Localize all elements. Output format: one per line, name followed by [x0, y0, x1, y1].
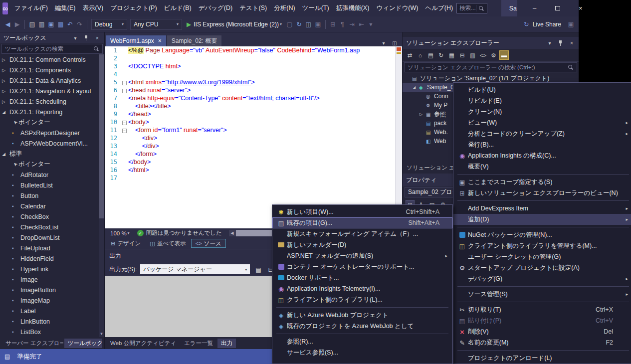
window-position-icon[interactable]: ▾ — [546, 39, 553, 46]
close-panel-icon[interactable]: × — [568, 39, 575, 46]
collapse-region-icon[interactable]: − — [122, 129, 127, 133]
show-all-files-icon[interactable]: ▥ — [468, 50, 477, 60]
stop-icon[interactable]: ▢ — [285, 19, 294, 29]
toolbox-item[interactable]: ▪ImageMap — [0, 295, 104, 306]
toolbox-item[interactable]: ▪LinkButton — [0, 316, 104, 327]
toolbox-group[interactable]: ◢標準 — [0, 149, 104, 159]
toolwindow-tab[interactable]: エラー一覧 — [181, 339, 216, 348]
view-tab-2[interactable]: <>ソース — [191, 239, 226, 248]
toolbox-item[interactable]: ▪FileUpload — [0, 243, 104, 253]
collapse-all-icon[interactable]: ⊟ — [457, 50, 467, 60]
toolbox-item[interactable]: ▪ASPxWebDocumentVi... — [0, 138, 104, 149]
context-menu-item[interactable]: 削除(V)Del — [453, 326, 631, 337]
properties-toggle-icon[interactable]: ▬ — [499, 50, 509, 60]
submenu-item[interactable]: 新規スキャフォールディング アイテム（F）... — [272, 228, 452, 239]
menubar-item[interactable]: ファイル(F) — [11, 0, 51, 16]
toolbox-group[interactable]: ▷DX.21.1: Components — [0, 65, 104, 75]
view-tab-1[interactable]: ◫並べて表示 — [146, 239, 190, 248]
submenu-item[interactable]: コンテナー オーケストレーターのサポート... — [272, 261, 452, 272]
context-menu-item[interactable]: ここまでスコープ指定する(S) — [453, 177, 631, 187]
toolwindow-tab[interactable]: サーバー エクスプローラー — [2, 339, 63, 348]
toolbox-group[interactable]: ▷DX.21.1: Scheduling — [0, 96, 104, 107]
scrollbar-thumb[interactable] — [99, 54, 104, 218]
undo-icon[interactable]: ↶ — [65, 19, 75, 29]
redo-icon[interactable]: ↷ — [75, 19, 84, 29]
context-menu-item[interactable]: ソース管理(S)▸ — [453, 289, 631, 300]
toolbox-scrollbar[interactable]: ▼ — [99, 54, 104, 337]
output-source-dropdown[interactable]: パッケージ マネージャー ▾ — [140, 264, 250, 274]
toolbox-item[interactable]: ▪CheckBox — [0, 211, 104, 222]
scroll-down-icon[interactable]: ▼ — [99, 332, 104, 336]
menubar-item[interactable]: ビルド(B) — [161, 0, 195, 16]
screenshot-icon[interactable]: ▣ — [313, 19, 323, 29]
collapsed-arrow-icon[interactable]: ▷ — [420, 112, 426, 117]
maximize-button[interactable] — [546, 0, 569, 16]
paragraph-icon[interactable]: ¶ — [338, 19, 347, 29]
back-icon[interactable]: ◀ — [3, 19, 12, 29]
submenu-item[interactable]: 新しい Azure WebJob プロジェクト — [272, 310, 452, 321]
float-window-icon[interactable]: ◫ — [391, 39, 398, 46]
toolbox-item[interactable]: ▪BulletedList — [0, 180, 104, 190]
grid-icon[interactable]: ⊞ — [328, 19, 338, 29]
context-menu-item[interactable]: 追加(D)▸ — [453, 214, 631, 225]
context-menu-item[interactable]: プロジェクトのアンロード(L) — [453, 353, 631, 364]
menubar-item[interactable]: デバッグ(D) — [195, 0, 236, 16]
open-file-icon[interactable]: ▥ — [37, 19, 46, 29]
context-menu-item[interactable]: リビルド(E) — [453, 95, 631, 106]
toolbox-group[interactable]: ▷DX.21.1: Navigation & Layout — [0, 86, 104, 96]
context-menu-item[interactable]: 分析とコードのクリーンアップ(Z)▸ — [453, 128, 631, 139]
context-menu-item[interactable]: スタートアップ プロジェクトに設定(A) — [453, 262, 631, 273]
active-files-dropdown-icon[interactable]: ▾ — [380, 39, 387, 46]
quick-search-input[interactable]: 検索... — [456, 3, 487, 13]
code-editor[interactable]: 1<%@ Page Language="vb" AutoEventWireup=… — [105, 46, 402, 228]
refresh-icon[interactable]: ↻ — [436, 50, 446, 60]
context-menu-item[interactable]: 発行(B)... — [453, 139, 631, 150]
pin-icon[interactable] — [84, 35, 89, 41]
toolbar-overflow-icon[interactable]: ▾ — [366, 19, 376, 29]
context-menu-item[interactable]: クリーン(N) — [453, 106, 631, 117]
toolbox-item[interactable]: ➤ポインター — [0, 159, 104, 170]
save-icon[interactable]: ▣ — [46, 19, 56, 29]
menubar-item[interactable]: 編集(E) — [51, 0, 79, 16]
toolbox-item[interactable]: ▪HiddenField — [0, 253, 104, 264]
document-tab[interactable]: Sample_02: 概要 — [167, 35, 221, 46]
context-menu-item[interactable]: クライアント側のライブラリを管理する(M)... — [453, 240, 631, 251]
nest-files-icon[interactable]: ▦ — [447, 50, 456, 60]
toolbox-item[interactable]: ▪Image — [0, 274, 104, 285]
context-menu-item[interactable]: NuGet パッケージの管理(N)... — [453, 229, 631, 240]
toolbox-search-input[interactable]: ツールボックスの検索 — [1, 44, 103, 54]
submenu-item[interactable]: 既存のプロジェクトを Azure WebJob として — [272, 321, 452, 332]
submenu-item[interactable]: Docker サポート... — [272, 272, 452, 283]
toolbox-item[interactable]: ▪ListBox — [0, 327, 104, 337]
menubar-item[interactable]: ヘルプ(H) — [421, 0, 456, 16]
context-menu-item[interactable]: デバッグ(G)▸ — [453, 273, 631, 284]
toolwindow-tab[interactable]: ツールボックス — [64, 339, 102, 348]
background-tasks-icon[interactable]: ▤ — [4, 353, 10, 360]
toolbox-group[interactable]: ▷DX.21.1: Common Controls — [0, 54, 104, 65]
start-debugging-button[interactable]: ▶ IIS Express (Microsoft Edge (2)) ▾ — [187, 21, 282, 28]
forward-icon[interactable]: ▶ — [12, 19, 22, 29]
context-menu-item[interactable]: ビルド(U) — [453, 84, 631, 95]
menubar-item[interactable]: 分析(N) — [270, 0, 298, 16]
toolwindow-tab[interactable]: 出力 — [217, 339, 236, 348]
toolbox-item[interactable]: ▪Calendar — [0, 201, 104, 211]
context-menu-item[interactable]: 概要(V) — [453, 161, 631, 172]
toolbox-group[interactable]: ◢DX.21.1: Reporting — [0, 107, 104, 117]
toolbox-item[interactable]: ▪Label — [0, 306, 104, 316]
toolbox-group[interactable]: ▷DX.21.1: Data & Analytics — [0, 75, 104, 86]
clear-output-icon[interactable]: ▤ — [253, 265, 263, 274]
solution-tree-item[interactable]: ソリューション 'Sample_02' (1/1 プロジェクト) — [403, 74, 579, 83]
menubar-item[interactable]: テスト(S) — [236, 0, 270, 16]
submenu-item[interactable]: 参照(R)... — [272, 336, 452, 347]
menubar-item[interactable]: ウィンドウ(W) — [373, 0, 421, 16]
context-menu-item[interactable]: Add DevExpress Item▸ — [453, 203, 631, 214]
submenu-item[interactable]: クライアント側のライブラリ(L)... — [272, 294, 452, 305]
context-menu-item[interactable]: ビュー(W)▸ — [453, 117, 631, 128]
context-menu-item[interactable]: ユーザー シークレットの管理(G) — [453, 251, 631, 262]
editor-scrollbar[interactable] — [395, 46, 402, 228]
refresh-icon[interactable]: ↻ — [294, 19, 304, 29]
collapse-region-icon[interactable]: − — [122, 81, 127, 85]
context-menu-item[interactable]: 名前の変更(M)F2 — [453, 337, 631, 348]
view-tab-0[interactable]: ⊞デザイン — [107, 239, 145, 248]
close-tab-icon[interactable]: × — [158, 37, 162, 44]
